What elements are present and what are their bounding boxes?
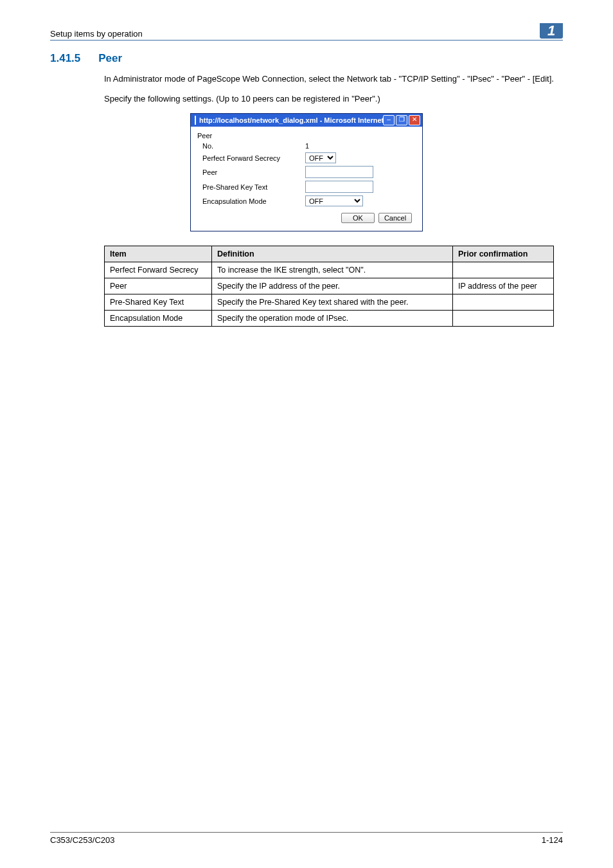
col-prior: Prior confirmation (453, 246, 554, 262)
peer-input[interactable] (305, 166, 373, 178)
col-item: Item (105, 246, 212, 262)
no-value: 1 (305, 142, 309, 150)
chapter-badge: 1 (540, 23, 563, 39)
close-button[interactable]: ✕ (409, 115, 420, 125)
cancel-button[interactable]: Cancel (378, 213, 412, 223)
table-row: Perfect Forward Secrecy To increase the … (105, 262, 554, 278)
pfs-select[interactable]: OFF (305, 152, 336, 163)
section-title: Peer (98, 52, 122, 65)
definition-table: Item Definition Prior confirmation Perfe… (104, 246, 554, 327)
ie-icon (195, 116, 196, 125)
footer-model: C353/C253/C203 (50, 835, 114, 845)
section-number: 1.41.5 (50, 52, 80, 65)
table-row: Encapsulation Mode Specify the operation… (105, 311, 554, 327)
peer-label: Peer (202, 168, 305, 176)
peer-dialog: http://localhost/network_dialog.xml - Mi… (190, 113, 423, 231)
intro-paragraph-1: In Administrator mode of PageScope Web C… (104, 73, 563, 85)
ok-button[interactable]: OK (341, 213, 375, 223)
pfs-label: Perfect Forward Secrecy (202, 154, 305, 162)
minimize-button[interactable]: – (383, 115, 395, 125)
table-row: Pre-Shared Key Text Specify the Pre-Shar… (105, 294, 554, 311)
col-definition: Definition (212, 246, 453, 262)
dialog-subheading: Peer (197, 132, 416, 140)
enc-label: Encapsulation Mode (202, 197, 305, 205)
table-row: Peer Specify the IP address of the peer.… (105, 278, 554, 294)
no-label: No. (202, 142, 305, 150)
maximize-button[interactable]: ❐ (396, 115, 407, 125)
page-header: Setup items by operation 1 (50, 23, 563, 41)
dialog-titlebar[interactable]: http://localhost/network_dialog.xml - Mi… (191, 114, 422, 127)
footer-page: 1-124 (542, 835, 563, 845)
dialog-title: http://localhost/network_dialog.xml - Mi… (199, 116, 383, 124)
intro-paragraph-2: Specify the following settings. (Up to 1… (104, 93, 563, 105)
page-footer: C353/C253/C203 1-124 (50, 832, 563, 845)
psk-input[interactable] (305, 181, 373, 193)
enc-select[interactable]: OFF (305, 195, 363, 206)
section-heading: 1.41.5 Peer (50, 52, 563, 65)
psk-label: Pre-Shared Key Text (202, 183, 305, 191)
header-subtitle: Setup items by operation (50, 29, 143, 39)
